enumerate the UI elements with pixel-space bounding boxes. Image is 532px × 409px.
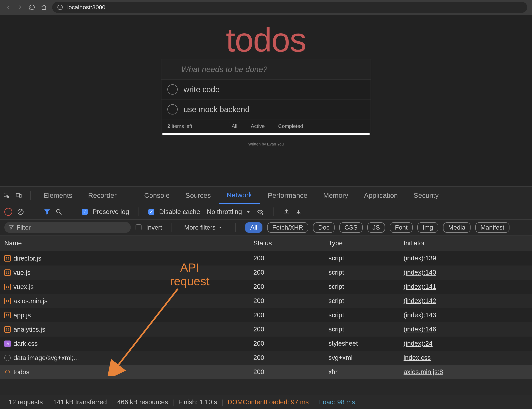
filter-all[interactable]: All <box>229 122 240 130</box>
network-toolbar: ✓ Preserve log ✓ Disable cache No thrott… <box>0 204 532 220</box>
stat-transferred: 141 kB transferred <box>49 398 111 406</box>
search-icon[interactable] <box>55 208 62 215</box>
stat-dcl: DOMContentLoaded: 97 ms <box>223 398 313 406</box>
row-type: stylesheet <box>324 336 399 351</box>
page-credit: Written by Evan You <box>161 142 371 146</box>
back-icon[interactable] <box>5 4 12 11</box>
reload-icon[interactable] <box>28 4 36 11</box>
table-row[interactable]: director.js200script(index):139 <box>0 251 532 265</box>
device-toggle-icon[interactable] <box>15 192 22 199</box>
stylesheet-icon <box>4 340 11 347</box>
filter-placeholder: Filter <box>17 224 31 231</box>
filter-active[interactable]: Active <box>248 122 268 130</box>
tab-elements[interactable]: Elements <box>36 187 80 204</box>
table-row[interactable]: analytics.js200script(index):146 <box>0 322 532 336</box>
filter-toggle-icon[interactable] <box>43 208 51 215</box>
tab-memory[interactable]: Memory <box>315 187 356 204</box>
filterbar-divider <box>171 223 172 232</box>
row-type: script <box>324 322 399 336</box>
import-har-icon[interactable] <box>283 208 290 215</box>
svg-point-11 <box>262 213 263 215</box>
disable-cache-checkbox[interactable]: ✓ <box>148 209 154 215</box>
inspect-icon[interactable] <box>3 192 10 199</box>
filterbar-divider <box>235 223 236 232</box>
tab-sources[interactable]: Sources <box>178 187 218 204</box>
tab-console[interactable]: Console <box>136 187 178 204</box>
row-initiator[interactable]: (index):141 <box>404 283 436 290</box>
row-name: todos <box>13 368 29 376</box>
toolbar-divider <box>72 208 72 216</box>
row-initiator[interactable]: axios.min.js:8 <box>404 368 443 375</box>
new-todo-input[interactable] <box>162 59 370 79</box>
col-status[interactable]: Status <box>249 236 324 251</box>
tab-performance[interactable]: Performance <box>260 187 315 204</box>
clear-icon[interactable] <box>17 208 24 215</box>
tab-recorder[interactable]: Recorder <box>80 187 124 204</box>
disable-cache-label: Disable cache <box>159 208 200 216</box>
type-font[interactable]: Font <box>390 222 413 233</box>
svg-point-10 <box>260 214 260 214</box>
col-name[interactable]: Name <box>0 236 249 251</box>
network-conditions-icon[interactable] <box>256 208 264 215</box>
type-manifest[interactable]: Manifest <box>475 222 510 233</box>
site-info-icon[interactable] <box>57 4 64 11</box>
type-js[interactable]: JS <box>367 222 385 233</box>
table-row[interactable]: app.js200script(index):143 <box>0 308 532 322</box>
row-initiator[interactable]: (index):142 <box>404 297 436 304</box>
row-status: 200 <box>249 322 324 336</box>
stat-load: Load: 98 ms <box>315 398 360 406</box>
more-filters-button[interactable]: More filters <box>181 224 226 231</box>
devtools-panel: Elements Recorder Console Sources Networ… <box>0 186 532 409</box>
row-status: 200 <box>249 308 324 322</box>
preserve-log-checkbox[interactable]: ✓ <box>82 209 88 215</box>
todo-item[interactable]: write code <box>162 79 370 99</box>
type-fetchxhr[interactable]: Fetch/XHR <box>267 222 308 233</box>
type-all[interactable]: All <box>245 222 262 233</box>
col-initiator[interactable]: Initiator <box>399 236 532 251</box>
type-img[interactable]: Img <box>417 222 438 233</box>
row-initiator[interactable]: (index):139 <box>404 254 436 262</box>
invert-checkbox[interactable] <box>136 224 142 230</box>
todo-footer: 2 items left All Active Completed <box>162 119 370 133</box>
row-type: script <box>324 265 399 280</box>
preserve-log-label: Preserve log <box>93 208 129 216</box>
todo-toggle-icon[interactable] <box>167 104 178 115</box>
forward-icon[interactable] <box>17 4 24 11</box>
row-initiator[interactable]: index.css <box>404 354 431 361</box>
image-icon <box>4 355 11 361</box>
type-media[interactable]: Media <box>443 222 471 233</box>
stat-finish: Finish: 1.10 s <box>174 398 221 406</box>
row-name: data:image/svg+xml;... <box>13 354 79 362</box>
tab-network[interactable]: Network <box>219 187 260 204</box>
record-button[interactable] <box>4 208 12 216</box>
table-row[interactable]: dark.css200stylesheet(index):24 <box>0 336 532 351</box>
row-status: 200 <box>249 265 324 280</box>
todo-toggle-icon[interactable] <box>167 84 178 95</box>
row-initiator[interactable]: (index):24 <box>404 340 433 347</box>
row-initiator[interactable]: (index):140 <box>404 269 436 276</box>
home-icon[interactable] <box>40 4 48 11</box>
table-row[interactable]: axios.min.js200script(index):142 <box>0 294 532 308</box>
row-initiator[interactable]: (index):146 <box>404 326 436 333</box>
filter-completed[interactable]: Completed <box>275 122 306 130</box>
tab-security[interactable]: Security <box>406 187 446 204</box>
todo-item[interactable]: use mock backend <box>162 99 370 119</box>
throttling-select[interactable]: No throttling <box>205 208 252 216</box>
url-bar[interactable]: localhost:3000 <box>52 2 527 13</box>
script-icon <box>4 326 11 333</box>
credit-link[interactable]: Evan You <box>267 142 284 146</box>
type-doc[interactable]: Doc <box>313 222 335 233</box>
filter-input[interactable]: Filter <box>4 222 131 233</box>
type-css[interactable]: CSS <box>339 222 363 233</box>
table-row[interactable]: vue.js200script(index):140 <box>0 265 532 280</box>
row-initiator[interactable]: (index):143 <box>404 311 436 318</box>
table-row[interactable]: data:image/svg+xml;...200svg+xmlindex.cs… <box>0 351 532 365</box>
tab-application[interactable]: Application <box>356 187 406 204</box>
col-type[interactable]: Type <box>324 236 399 251</box>
export-har-icon[interactable] <box>295 208 302 215</box>
page-viewport: todos write code use mock backend 2 item… <box>0 15 532 186</box>
svg-point-8 <box>57 209 60 213</box>
table-row[interactable]: todos200xhraxios.min.js:8 <box>0 365 532 379</box>
table-row[interactable]: vuex.js200script(index):141 <box>0 280 532 294</box>
row-name: axios.min.js <box>13 297 48 305</box>
